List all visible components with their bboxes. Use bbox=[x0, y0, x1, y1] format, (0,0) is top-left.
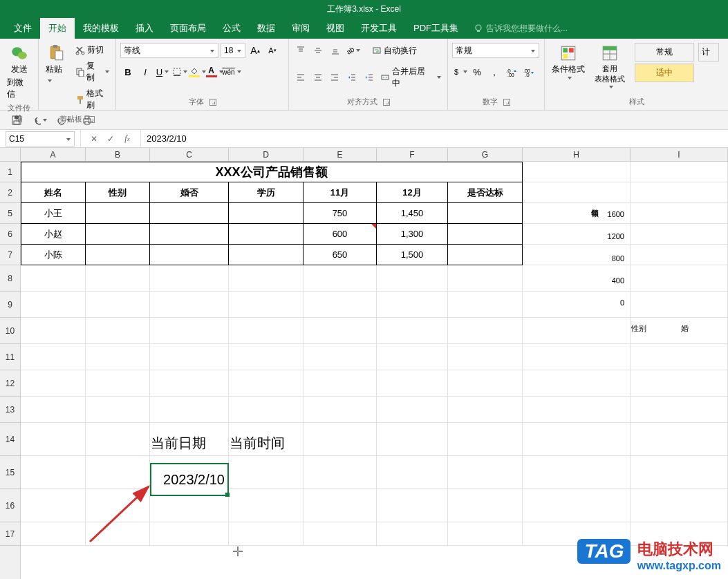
row-header-9[interactable]: 9 bbox=[0, 292, 20, 318]
cell-d14[interactable]: 当前时间 bbox=[230, 434, 303, 453]
paste-button[interactable]: 粘贴 bbox=[43, 43, 69, 86]
table-cell[interactable]: 婚否 bbox=[150, 182, 229, 203]
border-button[interactable] bbox=[172, 64, 187, 79]
table-cell[interactable]: 是否达标 bbox=[448, 182, 523, 203]
select-all-corner[interactable] bbox=[0, 148, 21, 162]
tab-formula[interactable]: 公式 bbox=[214, 18, 249, 39]
phonetic-button[interactable]: wén bbox=[224, 64, 239, 79]
tab-review[interactable]: 审阅 bbox=[283, 18, 318, 39]
align-dialog-launcher[interactable] bbox=[383, 99, 390, 106]
tell-me-box[interactable]: 告诉我您想要做什么... bbox=[474, 23, 568, 35]
bold-button[interactable]: B bbox=[120, 64, 136, 79]
align-top-button[interactable] bbox=[293, 43, 308, 58]
insert-function-button[interactable]: fx bbox=[121, 133, 133, 145]
cell-style-calc[interactable]: 计 bbox=[698, 43, 719, 61]
percent-button[interactable]: % bbox=[469, 64, 485, 79]
tab-file[interactable]: 文件 bbox=[6, 18, 40, 39]
table-cell[interactable]: 600 bbox=[304, 224, 377, 245]
row-header-10[interactable]: 10 bbox=[0, 318, 20, 344]
table-cell[interactable] bbox=[229, 224, 304, 245]
table-cell[interactable]: 小王 bbox=[21, 203, 86, 224]
italic-button[interactable]: I bbox=[138, 64, 153, 79]
row-header-2[interactable]: 2 bbox=[0, 182, 20, 203]
row-header-17[interactable]: 17 bbox=[0, 522, 20, 546]
row-header-8[interactable]: 8 bbox=[0, 265, 20, 292]
align-center-button[interactable] bbox=[310, 70, 326, 85]
col-header-G[interactable]: G bbox=[448, 148, 523, 161]
formula-input[interactable]: 2023/2/10 bbox=[140, 130, 728, 147]
tab-data[interactable]: 数据 bbox=[249, 18, 283, 39]
table-cell[interactable] bbox=[86, 203, 150, 224]
shrink-font-button[interactable]: A▾ bbox=[265, 43, 280, 58]
table-cell[interactable] bbox=[448, 245, 523, 265]
table-cell[interactable]: 650 bbox=[304, 245, 377, 265]
table-cell[interactable] bbox=[86, 245, 150, 265]
table-cell[interactable]: 12月 bbox=[377, 182, 448, 203]
table-cell[interactable]: 姓名 bbox=[21, 182, 86, 203]
save-button[interactable] bbox=[10, 113, 24, 127]
col-header-C[interactable]: C bbox=[150, 148, 229, 161]
comment-indicator[interactable] bbox=[371, 224, 376, 229]
underline-button[interactable]: U bbox=[155, 64, 170, 79]
align-middle-button[interactable] bbox=[310, 43, 326, 58]
col-header-D[interactable]: D bbox=[229, 148, 304, 161]
currency-button[interactable]: $ bbox=[452, 64, 467, 79]
table-cell[interactable] bbox=[150, 203, 229, 224]
name-box[interactable]: C15 bbox=[6, 131, 75, 146]
tab-insert[interactable]: 插入 bbox=[127, 18, 162, 39]
decrease-decimal-button[interactable]: .00.0 bbox=[521, 64, 536, 79]
col-header-H[interactable]: H bbox=[523, 148, 631, 161]
row-header-16[interactable]: 16 bbox=[0, 489, 20, 522]
table-cell[interactable] bbox=[150, 224, 229, 245]
table-cell[interactable]: 性别 bbox=[86, 182, 150, 203]
conditional-format-button[interactable]: 条件格式 bbox=[549, 43, 588, 81]
table-cell[interactable] bbox=[150, 245, 229, 265]
align-bottom-button[interactable] bbox=[328, 43, 343, 58]
redo-button[interactable] bbox=[57, 113, 71, 127]
col-header-A[interactable]: A bbox=[21, 148, 86, 161]
increase-indent-button[interactable] bbox=[362, 70, 377, 85]
font-dialog-launcher[interactable] bbox=[209, 99, 216, 106]
align-left-button[interactable] bbox=[293, 70, 308, 85]
row-header-13[interactable]: 13 bbox=[0, 397, 20, 423]
number-dialog-launcher[interactable] bbox=[503, 99, 510, 106]
table-cell[interactable] bbox=[86, 224, 150, 245]
orientation-button[interactable]: ab bbox=[345, 43, 360, 58]
col-header-I[interactable]: I bbox=[631, 148, 728, 161]
tab-pdf[interactable]: PDF工具集 bbox=[405, 18, 467, 39]
number-format-select[interactable]: 常规 bbox=[452, 43, 539, 58]
tab-templates[interactable]: 我的模板 bbox=[75, 18, 127, 39]
table-cell[interactable] bbox=[448, 203, 523, 224]
table-cell[interactable]: 小赵 bbox=[21, 224, 86, 245]
row-header-5[interactable]: 5 bbox=[0, 203, 20, 224]
clipboard-dialog-launcher[interactable] bbox=[88, 116, 95, 123]
align-right-button[interactable] bbox=[327, 70, 342, 85]
cell-style-normal[interactable]: 常规 bbox=[635, 43, 694, 61]
table-cell[interactable]: 1,300 bbox=[377, 224, 448, 245]
font-name-select[interactable]: 等线 bbox=[120, 43, 218, 58]
tab-view[interactable]: 视图 bbox=[318, 18, 353, 39]
row-header-14[interactable]: 14 bbox=[0, 423, 20, 456]
grow-font-button[interactable]: A▴ bbox=[248, 43, 263, 58]
decrease-indent-button[interactable] bbox=[344, 70, 360, 85]
row-header-6[interactable]: 6 bbox=[0, 224, 20, 245]
table-cell[interactable]: 750 bbox=[304, 203, 377, 224]
table-cell[interactable]: 11月 bbox=[304, 182, 377, 203]
row-header-11[interactable]: 11 bbox=[0, 344, 20, 370]
format-as-table-button[interactable]: 套用 表格格式 bbox=[592, 43, 628, 90]
row-header-1[interactable]: 1 bbox=[0, 162, 20, 182]
wrap-text-button[interactable]: 自动换行 bbox=[370, 44, 419, 58]
cut-button[interactable]: 剪切 bbox=[73, 43, 111, 57]
cell-c14[interactable]: 当前日期 bbox=[151, 434, 228, 453]
table-cell[interactable]: 1,450 bbox=[377, 203, 448, 224]
font-size-select[interactable]: 18 bbox=[221, 43, 245, 58]
tab-layout[interactable]: 页面布局 bbox=[162, 18, 214, 39]
col-header-B[interactable]: B bbox=[86, 148, 150, 161]
copy-button[interactable]: 复制 bbox=[73, 59, 111, 85]
table-cell[interactable]: 小陈 bbox=[21, 245, 86, 265]
fill-handle[interactable] bbox=[225, 493, 230, 497]
tab-home[interactable]: 开始 bbox=[40, 18, 75, 39]
row-header-15[interactable]: 15 bbox=[0, 456, 20, 489]
tab-dev[interactable]: 开发工具 bbox=[353, 18, 405, 39]
col-header-F[interactable]: F bbox=[377, 148, 448, 161]
